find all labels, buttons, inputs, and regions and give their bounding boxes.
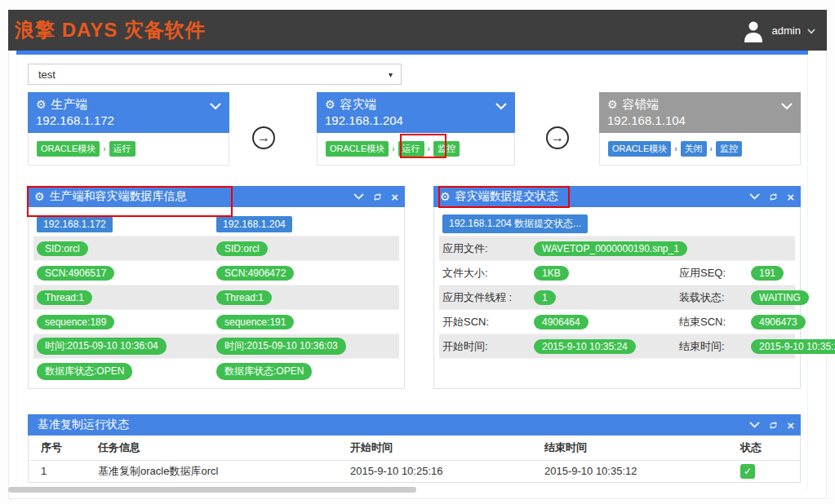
cell-status: ✓ — [732, 460, 800, 482]
node-header-recovery[interactable]: ⚙容灾端 192.168.1.204 — [317, 92, 515, 133]
arrow-right-glyph: → — [551, 131, 564, 144]
close-icon[interactable]: × — [787, 191, 794, 203]
chevron-down-icon[interactable] — [781, 99, 793, 113]
cogs-icon: ⚙ — [34, 191, 45, 202]
cogs-icon: ⚙ — [440, 191, 451, 202]
refresh-icon[interactable] — [372, 192, 383, 202]
node-ip: 192.168.1.172 — [36, 113, 221, 128]
table-row: 1 基准复制oracle数据库orcl 2015-9-10 10:25:16 2… — [29, 460, 800, 482]
horizontal-scrollbar-thumb[interactable] — [8, 487, 416, 493]
col-status: 状态 — [732, 435, 800, 460]
close-icon[interactable]: × — [787, 419, 794, 431]
status-tag: 关闭 — [681, 141, 707, 157]
scenario-select-value: test — [38, 69, 56, 81]
field-value-tag: WAVETOP_0000000190.snp_1 — [534, 241, 687, 256]
node-role: 生产端 — [51, 96, 88, 113]
main-content: test ▾ ⚙生产端 192.168.1.172 ORACLE模块 运行 → — [16, 55, 808, 489]
cell-end: 2015-9-10 10:35:12 — [535, 460, 732, 482]
chevron-down-icon[interactable] — [495, 99, 507, 113]
node-status-bar: ORACLE模块 运行 — [28, 133, 229, 166]
app-title: 浪擎 DAYS 灾备软件 — [15, 17, 206, 43]
chevron-separator-icon — [392, 145, 394, 153]
collapse-icon[interactable] — [749, 422, 760, 428]
app-window: 浪擎 DAYS 灾备软件 admin test ▾ ⚙生产端 192.168.1… — [0, 0, 835, 504]
chevron-separator-icon — [103, 145, 105, 153]
node-panel-recovery: ⚙容灾端 192.168.1.204 ORACLE模块 运行 监控 — [317, 92, 515, 166]
field-value-tag: 1 — [534, 290, 556, 305]
commit-status-widget: ⚙ 容灾端数据提交状态 × 192.168.1.204 数据提交状态... 应用… — [433, 186, 801, 389]
field-label: 开始时间: — [442, 339, 534, 354]
time-tag: 时间:2015-09-10 10:36:03 — [216, 338, 346, 355]
commit-row: 开始时间: 2015-9-10 10:35:24 结束时间: 2015-9-10… — [439, 334, 795, 359]
caret-down-icon — [807, 29, 815, 34]
db-info-widget-body: 192.168.1.172 192.168.1.204 SID:orcl SID… — [28, 207, 405, 389]
node-status-bar: ORACLE模块 运行 监控 — [317, 133, 515, 166]
status-tag: 运行 — [109, 141, 135, 157]
db-info-row: 时间:2015-09-10 10:36:04 时间:2015-09-10 10:… — [33, 334, 399, 359]
sequence-tag: sequence:189 — [37, 315, 114, 329]
monitor-tag: 监控 — [433, 141, 460, 157]
thread-tag: Thread:1 — [37, 290, 92, 305]
commit-status-widget-body: 192.168.1.204 数据提交状态... 应用文件: WAVETOP_00… — [433, 207, 801, 389]
thread-tag: Thread:1 — [216, 290, 272, 305]
close-icon[interactable]: × — [391, 191, 398, 203]
cogs-icon: ⚙ — [607, 99, 618, 110]
cell-seq: 1 — [29, 460, 86, 482]
arrow-right-glyph: → — [257, 131, 270, 144]
baseline-widget: 基准复制运行状态 × 序号 任务信息 开始时间 结束时间 — [28, 414, 801, 483]
refresh-icon[interactable] — [768, 192, 779, 202]
user-menu[interactable]: admin — [741, 18, 815, 42]
db-info-row: Thread:1 Thread:1 — [33, 285, 399, 310]
time-tag: 时间:2015-09-10 10:36:04 — [37, 338, 167, 355]
field-value-tag: 2015-9-10 10:35:24 — [751, 339, 835, 354]
sid-tag: SID:orcl — [37, 241, 88, 256]
collapse-icon[interactable] — [749, 193, 760, 200]
field-label: 应用SEQ: — [679, 266, 751, 281]
cell-task: 基准复制oracle数据库orcl — [86, 460, 340, 482]
commit-status-widget-title: 容灾端数据提交状态 — [455, 189, 558, 204]
field-label: 结束时间: — [679, 339, 751, 354]
db-info-widget-title: 生产端和容灾端数据库信息 — [50, 189, 187, 204]
table-header-row: 序号 任务信息 开始时间 结束时间 状态 — [29, 435, 800, 460]
field-label: 开始SCN: — [442, 315, 534, 329]
baseline-table: 序号 任务信息 开始时间 结束时间 状态 1 基准复制oracle数据库orcl… — [29, 435, 800, 482]
node-ip: 192.168.1.204 — [325, 113, 507, 128]
cogs-icon: ⚙ — [325, 99, 335, 110]
col-start: 开始时间 — [340, 435, 535, 460]
chevron-down-icon[interactable] — [210, 99, 221, 113]
scenario-select[interactable]: test ▾ — [28, 64, 402, 85]
refresh-icon[interactable] — [768, 420, 779, 431]
node-status-bar: ORACLE模块 关闭 监控 — [599, 133, 801, 166]
db-info-row: SID:orcl SID:orcl — [33, 237, 399, 261]
user-avatar-icon — [741, 18, 766, 42]
db-info-row: sequence:189 sequence:191 — [33, 310, 399, 334]
db-info-widget: ⚙ 生产端和容灾端数据库信息 × 192.168.1.172 192.168.1… — [28, 186, 405, 389]
node-panel-production: ⚙生产端 192.168.1.172 ORACLE模块 运行 — [28, 92, 229, 166]
chevron-separator-icon — [428, 145, 430, 153]
status-tag: 运行 — [398, 141, 424, 157]
node-role: 容错端 — [623, 96, 660, 113]
node-role: 容灾端 — [340, 96, 377, 113]
cell-start: 2015-9-10 10:25:16 — [340, 460, 535, 482]
sequence-tag: sequence:191 — [216, 315, 294, 329]
db-info-row: 192.168.1.172 192.168.1.204 — [33, 212, 399, 237]
baseline-widget-title: 基准复制运行状态 — [34, 418, 129, 432]
baseline-widget-body: 序号 任务信息 开始时间 结束时间 状态 1 基准复制oracle数据库orcl… — [28, 435, 801, 483]
commit-row: 192.168.1.204 数据提交状态... — [439, 212, 795, 237]
user-name: admin — [772, 24, 801, 37]
scn-tag: SCN:4906472 — [216, 266, 294, 281]
collapse-icon[interactable] — [353, 193, 364, 200]
module-tag: ORACLE模块 — [608, 141, 671, 157]
db-info-row: 数据库状态:OPEN 数据库状态:OPEN — [33, 359, 399, 383]
scn-tag: SCN:4906517 — [37, 266, 114, 281]
chevron-separator-icon — [710, 145, 713, 153]
field-value-tag: 1KB — [534, 266, 569, 281]
baseline-widget-header: 基准复制运行状态 × — [28, 414, 801, 435]
cogs-icon: ⚙ — [36, 99, 47, 110]
commit-header-tag: 192.168.1.204 数据提交状态... — [442, 214, 588, 233]
col-task: 任务信息 — [86, 435, 340, 460]
field-label: 应用文件: — [442, 241, 534, 256]
top-header: 浪擎 DAYS 灾备软件 admin — [8, 10, 827, 51]
node-header-fault-tolerance[interactable]: ⚙容错端 192.168.1.104 — [599, 92, 801, 133]
node-header-production[interactable]: ⚙生产端 192.168.1.172 — [28, 92, 229, 133]
